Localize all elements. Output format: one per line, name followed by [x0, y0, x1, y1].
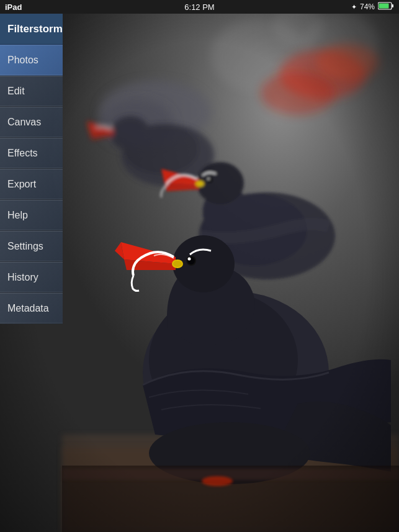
sidebar-item-help-label: Help: [7, 210, 28, 221]
sidebar-item-settings[interactable]: Settings: [0, 231, 63, 262]
battery-icon: [378, 2, 394, 12]
sidebar-item-photos[interactable]: Photos: [0, 45, 63, 76]
status-indicators: ✦ 74%: [351, 2, 394, 12]
sidebar-item-metadata[interactable]: Metadata: [0, 293, 63, 324]
sidebar-item-help[interactable]: Help: [0, 200, 63, 231]
sidebar-item-edit[interactable]: Edit: [0, 76, 63, 107]
sidebar-item-history-label: History: [7, 272, 38, 283]
svg-rect-36: [392, 4, 394, 7]
sidebar-item-settings-label: Settings: [7, 241, 43, 252]
app-title-label: Filterstorm: [7, 23, 63, 35]
sidebar-item-export-label: Export: [7, 179, 36, 190]
carrier-label: iPad: [5, 2, 22, 12]
app-title-bar: Filterstorm: [0, 14, 63, 45]
sidebar-item-export[interactable]: Export: [0, 169, 63, 200]
sidebar-item-history[interactable]: History: [0, 262, 63, 293]
sidebar-item-effects-label: Effects: [7, 148, 38, 159]
bluetooth-icon: ✦: [351, 3, 357, 11]
time-label: 6:12 PM: [184, 2, 214, 12]
sidebar-item-canvas[interactable]: Canvas: [0, 107, 63, 138]
sidebar-item-metadata-label: Metadata: [7, 303, 49, 314]
sidebar-item-canvas-label: Canvas: [7, 117, 41, 128]
status-bar: iPad 6:12 PM ✦ 74%: [0, 0, 399, 14]
sidebar-item-photos-label: Photos: [7, 55, 38, 66]
svg-rect-37: [379, 4, 389, 9]
battery-percent: 74%: [360, 2, 375, 11]
sidebar-item-edit-label: Edit: [7, 86, 25, 97]
sidebar-item-effects[interactable]: Effects: [0, 138, 63, 169]
sidebar: Filterstorm Photos Edit Canvas Effects E…: [0, 14, 63, 532]
